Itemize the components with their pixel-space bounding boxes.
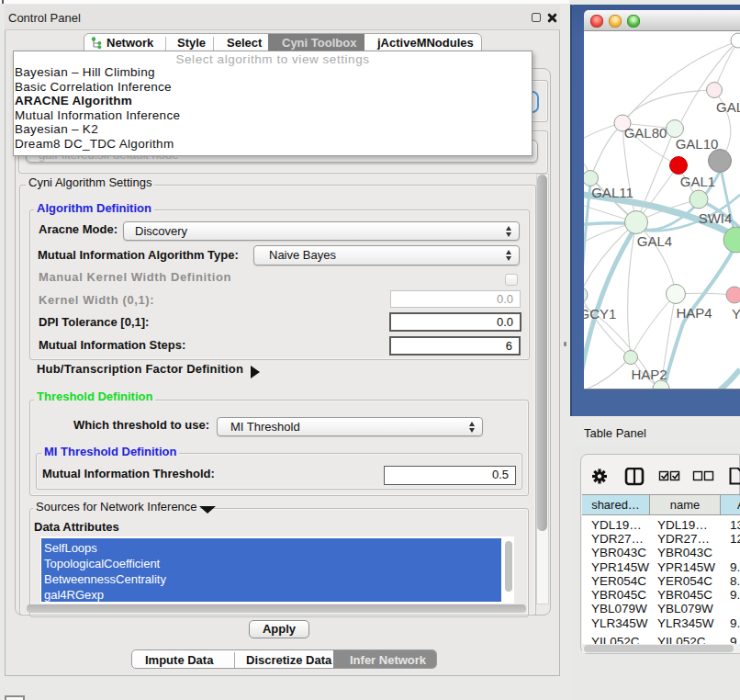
svg-text:GAL4: GAL4 (637, 233, 672, 249)
svg-text:GAL11: GAL11 (591, 185, 633, 200)
svg-text:YJL: YJL (732, 306, 740, 322)
svg-text:GAL7: GAL7 (716, 99, 740, 115)
svg-text:SWI4: SWI4 (699, 210, 733, 226)
svg-text:GAL80: GAL80 (624, 125, 667, 141)
svg-text:GCY1: GCY1 (584, 306, 616, 322)
svg-text:GAL10: GAL10 (676, 136, 719, 152)
svg-text:HAP4: HAP4 (676, 305, 712, 321)
svg-text:HAP2: HAP2 (631, 367, 667, 382)
svg-text:GAL1: GAL1 (680, 174, 715, 189)
